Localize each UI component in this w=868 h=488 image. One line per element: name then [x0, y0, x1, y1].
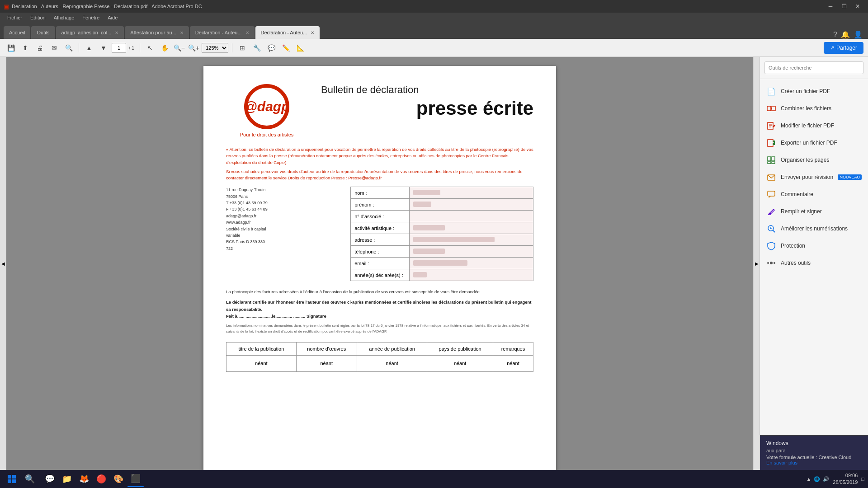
tab-bar: Accueil Outils adagp_adhesion_col... ✕ A…	[0, 23, 868, 39]
form-row-activite: activité artistique :	[351, 222, 533, 234]
menu-fichier[interactable]: Fichier	[4, 14, 26, 21]
body-text-1: La photocopie des factures adressées à l…	[226, 288, 533, 295]
tool-enhance[interactable]: Améliorer les numérisations	[760, 220, 868, 237]
logo-text: @dagp	[244, 99, 290, 114]
close-button[interactable]: ✕	[851, 0, 864, 13]
title-bar-controls[interactable]: ─ ❐ ✕	[824, 0, 864, 13]
select-tool[interactable]: ↖	[144, 42, 156, 54]
svg-rect-28	[8, 479, 11, 483]
pdf-area[interactable]: @dagp Pour le droit des artistes Bulleti…	[6, 57, 753, 470]
svg-rect-27	[12, 475, 16, 479]
tool-organize[interactable]: Organiser les pages	[760, 151, 868, 169]
svg-point-23	[770, 262, 773, 264]
tool-other[interactable]: Autres outils	[760, 254, 868, 272]
pen-tool[interactable]: ✏️	[279, 42, 292, 54]
tab-declaration3-close[interactable]: ✕	[245, 30, 249, 35]
taskbar-explorer[interactable]: 📁	[59, 471, 75, 487]
table-header-row: titre de la publication nombre d'œuvres …	[226, 342, 533, 355]
email-value	[413, 260, 467, 266]
telephone-value	[413, 249, 445, 254]
tab-declaration3[interactable]: Declaration - Auteu... ✕	[190, 26, 255, 39]
print-button[interactable]: 🖨	[33, 42, 46, 54]
systray-arrow[interactable]: ▲	[806, 476, 811, 482]
menu-aide[interactable]: Aide	[104, 14, 121, 21]
tab-attestation-close[interactable]: ✕	[180, 30, 184, 35]
measure-tool[interactable]: 📐	[294, 42, 307, 54]
share-button[interactable]: ↗ Partager	[824, 42, 863, 54]
windows-popup-subtitle: Votre formule actuelle : Creative Cloud	[766, 455, 862, 460]
search-button[interactable]: 🔍	[62, 42, 75, 54]
tool-protection[interactable]: Protection	[760, 237, 868, 254]
tool-send-review[interactable]: Envoyer pour révision NOUVEAU	[760, 169, 868, 186]
window-title: Declaration - Auteurs - Reprographie Pre…	[12, 4, 202, 9]
tool-send-review-label: Envoyer pour révision	[781, 174, 833, 180]
menu-fenetre[interactable]: Fenêtre	[79, 14, 103, 21]
tool-combine[interactable]: Combiner les fichiers	[760, 100, 868, 117]
title-bar: ▣ Declaration - Auteurs - Reprographie P…	[0, 0, 868, 13]
tab-attestation[interactable]: Attestation pour au... ✕	[125, 26, 189, 39]
pdf-contact: 11 rue Duguay-Trouin 75006 Paris T +33 (…	[226, 187, 269, 252]
svg-rect-11	[768, 157, 771, 161]
sidebar-search-input[interactable]	[764, 61, 863, 74]
taskbar-acrobat[interactable]: ⬛	[127, 471, 144, 487]
tool-edit-pdf[interactable]: Modifier le fichier PDF	[760, 117, 868, 134]
email-button[interactable]: ✉	[48, 42, 61, 54]
tool-protection-label: Protection	[781, 243, 805, 249]
left-panel-toggle[interactable]: ◀	[0, 57, 6, 470]
tab-declaration4[interactable]: Declaration - Auteu... ✕	[255, 26, 320, 39]
taskbar-red-app[interactable]: 🔴	[93, 471, 109, 487]
tab-outils[interactable]: Outils	[31, 26, 55, 39]
tool-export[interactable]: Exporter un fichier PDF	[760, 134, 868, 151]
svg-rect-29	[12, 479, 16, 483]
tab-declaration4-close[interactable]: ✕	[311, 30, 314, 35]
contact-form-row: 11 rue Duguay-Trouin 75006 Paris T +33 (…	[226, 187, 533, 288]
start-button[interactable]	[4, 471, 20, 487]
sidebar-search-area	[760, 57, 868, 79]
tab-adagp[interactable]: adagp_adhesion_col... ✕	[56, 26, 124, 39]
pdf-page: @dagp Pour le droit des artistes Bulleti…	[203, 66, 556, 470]
view-mode-button[interactable]: ⊞	[236, 42, 249, 54]
page-nav: / 1	[112, 43, 136, 53]
zoom-in-button[interactable]: 🔍+	[187, 42, 200, 54]
prev-page-button[interactable]: ▲	[83, 42, 95, 54]
tool-comment[interactable]: Commentaire	[760, 186, 868, 203]
comment-tool[interactable]: 💬	[265, 42, 278, 54]
zoom-select[interactable]: 125%	[202, 43, 228, 53]
save-button[interactable]: 💾	[5, 42, 17, 54]
windows-popup-title: Windows	[766, 440, 862, 446]
tools-button[interactable]: 🔧	[250, 42, 263, 54]
taskbar-search[interactable]: 🔍	[22, 471, 38, 487]
fill-sign-icon	[766, 206, 776, 216]
toolbar: 💾 ⬆ 🖨 ✉ 🔍 ▲ ▼ / 1 ↖ ✋ 🔍− 🔍+ 125% ⊞ 🔧 💬 ✏…	[0, 39, 868, 57]
upload-button[interactable]: ⬆	[19, 42, 32, 54]
notification-center-icon[interactable]: □	[861, 476, 864, 482]
pdf-form-table: nom : prénom : n° d'associé : activité a…	[350, 187, 533, 281]
right-panel-toggle[interactable]: ▶	[753, 57, 760, 470]
taskbar-firefox[interactable]: 🦊	[76, 471, 92, 487]
taskbar-chat[interactable]: 💬	[42, 471, 58, 487]
create-pdf-icon: 📄	[766, 86, 776, 96]
table-row: néant néant néant néant néant	[226, 355, 533, 371]
hand-tool[interactable]: ✋	[158, 42, 171, 54]
tab-adagp-close[interactable]: ✕	[115, 30, 118, 35]
tool-fill-sign-label: Remplir et signer	[781, 208, 822, 215]
tool-create-pdf[interactable]: 📄 Créer un fichier PDF	[760, 83, 868, 100]
restore-button[interactable]: ❐	[837, 0, 851, 13]
tool-fill-sign[interactable]: Remplir et signer	[760, 203, 868, 220]
next-page-button[interactable]: ▼	[97, 42, 110, 54]
windows-popup-link[interactable]: En savoir plus	[766, 460, 797, 465]
taskbar-photoshop[interactable]: 🎨	[110, 471, 127, 487]
title-bar-left: ▣ Declaration - Auteurs - Reprographie P…	[4, 3, 202, 10]
combine-icon	[766, 103, 776, 113]
minimize-button[interactable]: ─	[824, 0, 837, 13]
form-row-adresse: adresse :	[351, 234, 533, 246]
menu-affichage[interactable]: Affichage	[50, 14, 78, 21]
network-icon: 🌐	[814, 476, 820, 482]
zoom-out-button[interactable]: 🔍−	[173, 42, 185, 54]
page-input[interactable]	[112, 43, 126, 53]
notification-icon[interactable]: 🔔	[841, 30, 850, 39]
menu-edition[interactable]: Edition	[27, 14, 49, 21]
tab-accueil[interactable]: Accueil	[4, 26, 30, 39]
account-icon[interactable]: 👤	[854, 30, 863, 39]
help-icon[interactable]: ?	[833, 31, 837, 39]
